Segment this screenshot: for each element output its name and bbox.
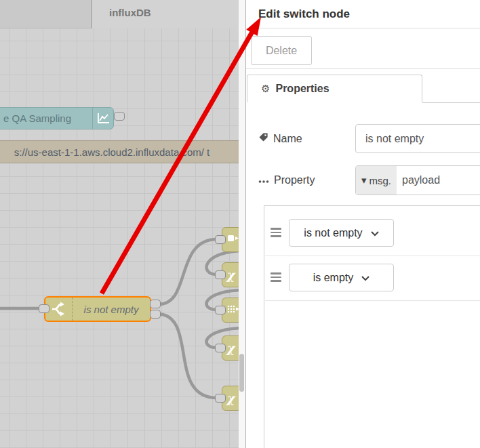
input-port[interactable] [215, 235, 226, 244]
input-port[interactable] [215, 344, 226, 352]
property-value-input[interactable]: payload [397, 166, 480, 195]
output-port-2[interactable] [150, 310, 161, 319]
tag-icon [258, 132, 268, 145]
join-icon [226, 232, 240, 247]
gear-icon: ⚙ [261, 83, 270, 95]
input-port[interactable] [39, 304, 49, 313]
drag-handle-icon[interactable] [271, 228, 281, 237]
property-prefix: msg. [369, 175, 392, 186]
wires-layer [0, 0, 245, 448]
rule-operator-label: is empty [313, 272, 354, 284]
node-influxdata-url[interactable]: s://us-east-1-1.aws.cloud2.influxdata.co… [0, 140, 244, 163]
tab-properties-label: Properties [275, 83, 329, 95]
property-field: ▾ msg. payload [355, 165, 480, 195]
canvas-vertical-scrollbar[interactable] [239, 0, 245, 448]
panel-title: Edit switch node [246, 0, 480, 28]
chevron-down-icon [371, 227, 379, 239]
rule-operator-select-1[interactable]: is not empty [289, 219, 394, 247]
wire [159, 314, 217, 398]
x-bar-icon: χ [226, 342, 235, 354]
x-bar-icon: χ [226, 269, 235, 281]
flow-canvas[interactable]: influxDB e QA Sampling [0, 0, 245, 448]
delete-button[interactable]: Delete [251, 36, 312, 65]
node-switch-selected[interactable]: is not empty [44, 296, 151, 322]
output-port[interactable] [114, 112, 125, 121]
name-input[interactable] [355, 124, 480, 153]
chevron-down-icon [361, 272, 369, 284]
panel-toolbar: Delete [246, 28, 480, 69]
property-label-text: Property [274, 174, 315, 186]
tabrow-underline [422, 102, 480, 103]
drag-handle-icon[interactable] [271, 272, 281, 282]
rule-separator [265, 256, 480, 256]
input-port[interactable] [215, 306, 226, 314]
name-row-label: Name [258, 124, 302, 153]
chart-line-icon [92, 108, 113, 129]
node-label: e QA Sampling [3, 108, 71, 129]
rule-operator-select-2[interactable]: is empty [289, 264, 394, 291]
node-red-editor: influxDB e QA Sampling [0, 0, 480, 448]
split-icon [226, 303, 240, 318]
tab-properties[interactable]: ⚙ Properties [247, 75, 422, 102]
rule-separator [265, 300, 480, 301]
name-label-text: Name [273, 133, 302, 145]
property-row-label: Property [258, 165, 315, 195]
input-port[interactable] [215, 270, 226, 279]
rules-list: is not empty is empty [264, 205, 480, 448]
node-qa-sampling[interactable]: e QA Sampling [0, 107, 114, 129]
input-port[interactable] [215, 394, 226, 403]
output-port-1[interactable] [150, 300, 161, 308]
node-label: s://us-east-1-1.aws.cloud2.influxdata.co… [14, 146, 209, 158]
scrollbar-thumb[interactable] [239, 354, 244, 392]
node-label: is not empty [73, 304, 150, 315]
panel-tabrow: ⚙ Properties [246, 75, 480, 102]
property-type-dropdown[interactable]: ▾ msg. [356, 166, 397, 195]
x-bar-icon: χ [226, 392, 235, 405]
ellipsis-icon [258, 174, 269, 186]
caret-down-icon: ▾ [361, 174, 367, 186]
rule-operator-label: is not empty [304, 227, 362, 239]
switch-icon [45, 298, 73, 321]
edit-switch-node-panel: Edit switch node Delete ⚙ Properties Nam… [246, 0, 480, 448]
